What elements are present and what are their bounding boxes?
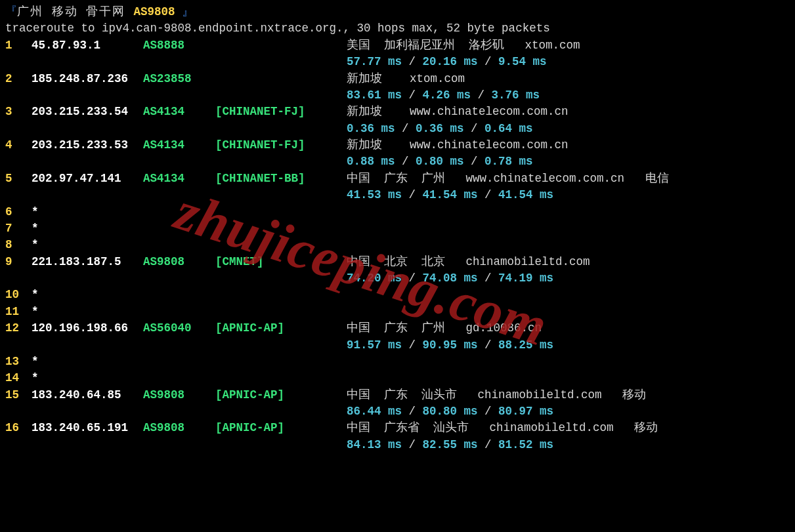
hop-number: 12 xyxy=(5,320,32,337)
hop-row: 145.87.93.1AS8888美国 加利福尼亚州 洛杉矶 xtom.com xyxy=(5,37,790,54)
hop-times: 0.88 ms / 0.80 ms / 0.78 ms xyxy=(347,153,533,170)
hop-location: 新加坡 www.chinatelecom.com.cn xyxy=(347,104,790,120)
hop-location: 美国 加利福尼亚州 洛杉矶 xtom.com xyxy=(347,37,790,54)
hop-rtt-sep: / xyxy=(402,188,423,201)
hop-timeout-row: 13* xyxy=(5,354,790,370)
hop-row: 9221.183.187.5AS9808[CMNET]中国 北京 北京 chin… xyxy=(5,254,790,270)
hop-ip: 183.240.65.191 xyxy=(32,420,143,436)
hop-location: 新加坡 www.chinatelecom.com.cn xyxy=(347,137,790,153)
hop-times-row: 41.53 ms / 41.54 ms / 41.54 ms xyxy=(5,187,790,203)
hop-asn: AS9808 xyxy=(143,420,215,436)
hop-rtt2: 0.80 ms xyxy=(416,155,464,168)
hop-rtt2: 0.36 ms xyxy=(416,122,464,135)
hop-number: 14 xyxy=(5,370,32,386)
hop-rtt-sep: / xyxy=(478,272,499,285)
hop-rtt1: 0.88 ms xyxy=(347,155,395,168)
hop-timeout-star: * xyxy=(32,287,39,303)
hop-rtt-sep: / xyxy=(395,122,416,135)
hop-ip: 202.97.47.141 xyxy=(32,171,143,187)
hop-ip: 185.248.87.236 xyxy=(32,71,143,87)
hop-number: 9 xyxy=(5,254,32,270)
hop-asn: AS9808 xyxy=(143,387,215,403)
hop-times: 86.44 ms / 80.80 ms / 80.97 ms xyxy=(347,403,553,420)
hop-times-row: 74.20 ms / 74.08 ms / 74.19 ms xyxy=(5,270,790,287)
hop-row: 16183.240.65.191AS9808[APNIC-AP]中国 广东省 汕… xyxy=(5,420,790,436)
hop-rtt3: 0.64 ms xyxy=(484,122,533,135)
hop-times: 91.57 ms / 90.95 ms / 88.25 ms xyxy=(347,337,553,354)
hop-rtt2: 4.26 ms xyxy=(423,89,471,102)
hop-number: 11 xyxy=(5,304,32,320)
hop-location: 中国 广东省 汕头市 chinamobileltd.com 移动 xyxy=(347,420,790,436)
hop-times-row: 57.77 ms / 20.16 ms / 9.54 ms xyxy=(5,54,790,70)
hop-rtt-sep: / xyxy=(478,188,499,201)
title-close-bracket: 』 xyxy=(175,5,194,18)
hop-asn: AS56040 xyxy=(143,320,215,337)
hop-rtt3: 3.76 ms xyxy=(492,89,540,102)
hop-asn: AS9808 xyxy=(143,254,215,270)
hop-times: 57.77 ms / 20.16 ms / 9.54 ms xyxy=(347,54,547,70)
hop-network: [CHINANET-BB] xyxy=(215,171,347,187)
hop-timeout-row: 7* xyxy=(5,220,790,237)
hop-rtt-sep: / xyxy=(402,438,423,451)
hop-row: 3203.215.233.54AS4134[CHINANET-FJ]新加坡 ww… xyxy=(5,104,790,120)
hop-timeout-row: 6* xyxy=(5,204,790,220)
hop-ip: 203.215.233.54 xyxy=(32,104,143,120)
hop-row: 2185.248.87.236AS23858新加坡 xtom.com xyxy=(5,71,790,87)
hop-rtt3: 0.78 ms xyxy=(484,155,533,168)
hop-times: 0.36 ms / 0.36 ms / 0.64 ms xyxy=(347,121,533,137)
hop-location: 中国 广东 汕头市 chinamobileltd.com 移动 xyxy=(347,387,790,403)
hop-timeout-star: * xyxy=(32,237,39,253)
hop-timeout-row: 8* xyxy=(5,237,790,253)
hop-rtt-sep: / xyxy=(395,155,416,168)
title-asn: AS9808 xyxy=(134,5,175,18)
hop-rtt3: 88.25 ms xyxy=(498,338,553,352)
hop-number: 10 xyxy=(5,287,32,303)
hop-times: 41.53 ms / 41.54 ms / 41.54 ms xyxy=(347,187,553,203)
hop-times-row: 84.13 ms / 82.55 ms / 81.52 ms xyxy=(5,437,790,453)
hop-number: 5 xyxy=(5,171,32,187)
hop-row: 4203.215.233.53AS4134[CHINANET-FJ]新加坡 ww… xyxy=(5,137,790,153)
hop-rtt-sep: / xyxy=(464,122,485,135)
hop-number: 2 xyxy=(5,71,32,87)
hop-rtt-sep: / xyxy=(478,338,499,352)
hop-rtt1: 83.61 ms xyxy=(347,89,402,102)
hop-ip: 203.215.233.53 xyxy=(32,137,143,153)
hop-times-row: 0.36 ms / 0.36 ms / 0.64 ms xyxy=(5,121,790,137)
hop-number: 13 xyxy=(5,354,32,370)
hop-network: [CMNET] xyxy=(215,254,347,270)
hop-row: 5202.97.47.141AS4134[CHINANET-BB]中国 广东 广… xyxy=(5,171,790,187)
hop-times-padding xyxy=(5,337,347,354)
hop-rtt2: 90.95 ms xyxy=(423,338,478,352)
hop-times-row: 91.57 ms / 90.95 ms / 88.25 ms xyxy=(5,337,790,354)
traceroute-intro: traceroute to ipv4.can-9808.endpoint.nxt… xyxy=(5,20,790,37)
hop-location: 新加坡 xtom.com xyxy=(347,71,790,87)
hop-rtt2: 20.16 ms xyxy=(423,55,478,68)
hop-asn: AS4134 xyxy=(143,137,215,153)
hop-network: [CHINANET-FJ] xyxy=(215,137,347,153)
hop-rtt3: 80.97 ms xyxy=(498,405,553,418)
hop-timeout-row: 11* xyxy=(5,304,790,320)
hop-asn: AS8888 xyxy=(143,37,215,54)
hop-times-row: 0.88 ms / 0.80 ms / 0.78 ms xyxy=(5,153,790,170)
title-line: 『广州 移动 骨干网 AS9808 』 xyxy=(5,4,790,20)
hop-times-padding xyxy=(5,270,347,287)
hop-row: 12120.196.198.66AS56040[APNIC-AP]中国 广东 广… xyxy=(5,320,790,337)
hop-rtt-sep: / xyxy=(402,89,423,102)
hop-rtt3: 81.52 ms xyxy=(498,438,553,451)
hop-rtt3: 74.19 ms xyxy=(498,272,553,285)
hop-rtt1: 41.53 ms xyxy=(347,188,402,201)
hop-times-padding xyxy=(5,87,347,104)
hop-rtt-sep: / xyxy=(402,272,423,285)
hop-times-row: 86.44 ms / 80.80 ms / 80.97 ms xyxy=(5,403,790,420)
hop-times-padding xyxy=(5,187,347,203)
hop-number: 7 xyxy=(5,220,32,237)
hop-ip: 183.240.64.85 xyxy=(32,387,143,403)
hop-times: 84.13 ms / 82.55 ms / 81.52 ms xyxy=(347,437,553,453)
hop-network: [APNIC-AP] xyxy=(215,420,347,436)
hop-times-padding xyxy=(5,121,347,137)
hop-rtt-sep: / xyxy=(478,55,499,68)
hop-times-padding xyxy=(5,54,347,70)
hop-timeout-star: * xyxy=(32,354,39,370)
hop-location: 中国 广东 广州 gd.10086.cn xyxy=(347,320,790,337)
hop-network: [CHINANET-FJ] xyxy=(215,104,347,120)
